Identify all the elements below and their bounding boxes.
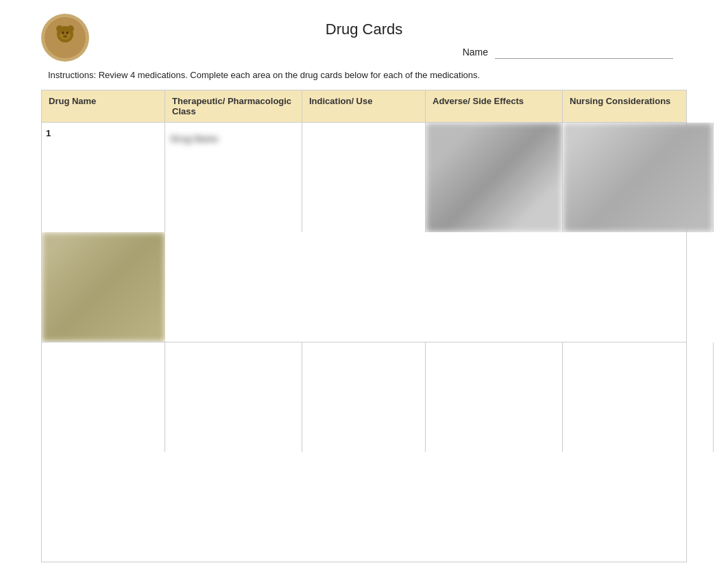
header-indication: Indication/ Use [302,90,426,122]
name-input[interactable] [495,45,673,59]
row2-nursing[interactable] [42,452,165,562]
row-number-2 [42,342,165,452]
row1-adverse[interactable] [563,123,714,232]
row2-drug-name[interactable] [165,342,302,452]
row1-indication[interactable] [426,123,563,232]
table-header: Drug Name Therapeutic/ Pharmacologic Cla… [41,90,687,123]
instructions-text: Instructions: Review 4 medications. Comp… [41,70,687,80]
table-body: 1 Drug Name [41,123,687,562]
table-row: 1 Drug Name [42,123,686,342]
header-drug-name: Drug Name [42,90,165,122]
row-number-1: 1 [42,123,165,232]
page-title: Drug Cards [41,21,687,38]
row2-adverse[interactable] [563,342,714,452]
svg-point-4 [62,32,64,34]
svg-point-6 [63,35,67,38]
logo-icon [48,21,82,55]
row1-therapeutic[interactable] [302,123,426,232]
logo-inner [45,17,86,58]
row2-indication[interactable] [426,342,563,452]
name-label: Name [463,47,488,58]
blurred-drug-name: Drug Name [171,134,296,144]
school-logo [41,14,89,62]
table-row-2 [42,342,686,562]
header-class: Therapeutic/ Pharmacologic Class [165,90,302,122]
header-adverse: Adverse/ Side Effects [426,90,563,122]
page-container: Drug Cards Name Instructions: Review 4 m… [0,0,728,563]
row1-drug-name[interactable]: Drug Name [165,123,302,232]
title-area: Drug Cards [41,14,687,38]
svg-point-5 [66,32,69,34]
row2-therapeutic[interactable] [302,342,426,452]
name-row: Name [41,45,687,59]
svg-point-2 [67,25,74,32]
svg-point-1 [56,25,63,32]
row1-nursing[interactable] [42,232,165,342]
logo-area [41,14,89,62]
header-nursing: Nursing Considerations [563,90,714,122]
